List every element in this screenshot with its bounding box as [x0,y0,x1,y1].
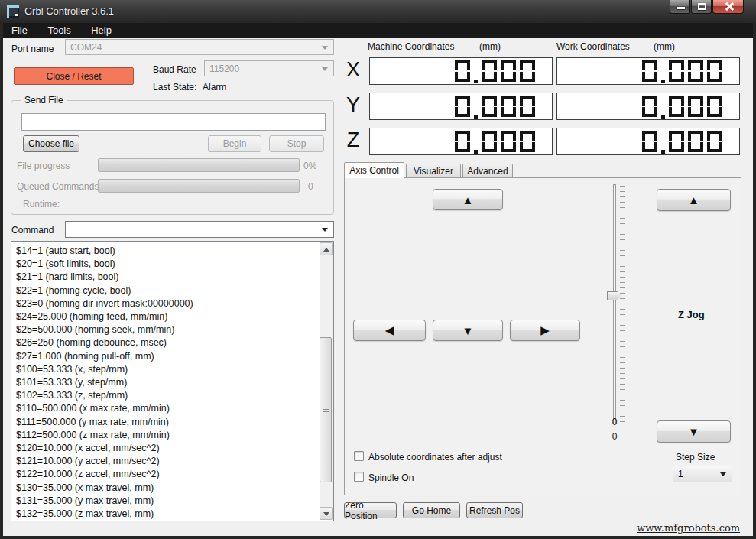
machine-y-display [369,93,553,120]
seven-segment-digit [642,60,657,82]
baud-rate-combobox[interactable]: 115200 [204,60,334,76]
seven-segment-decimal-point [474,150,478,154]
console-line: $130=35.000 (x max travel, mm) [16,482,316,495]
seven-segment-digit [688,60,703,82]
jog-x-minus-button[interactable]: ◀ [353,320,426,341]
seven-segment-decimal-point [661,115,665,119]
seven-segment-digit [707,60,722,82]
console-line: $26=250 (homing debounce, msec) [16,336,316,349]
console-line: $100=53.333 (x, step/mm) [16,363,316,376]
close-icon [725,2,733,11]
seven-segment-decimal-point [474,80,478,83]
absolute-coordinates-label: Absolute coordinates after adjust [368,452,502,463]
menu-file[interactable]: File [3,23,36,37]
seven-segment-digit [707,96,722,117]
last-state-label: Last State: [153,82,196,93]
command-combobox[interactable] [65,221,334,238]
up-arrow-icon: ▲ [688,193,699,206]
seven-segment-digit [455,96,470,117]
console-line: $20=1 (soft limits, bool) [16,258,316,271]
seven-segment-digit [707,131,722,152]
left-arrow-icon: ◀ [385,323,394,337]
close-button[interactable] [712,0,744,14]
file-progress-label: File progress [17,161,70,171]
console-line: $131=35.000 (y max travel, mm) [16,495,316,508]
scroll-down-icon[interactable] [320,507,333,520]
seven-segment-digit [501,96,516,117]
dropdown-arrow-icon [322,46,328,50]
baud-rate-value: 115200 [209,63,239,74]
work-x-display [556,57,740,85]
go-home-button[interactable]: Go Home [403,502,460,518]
command-input[interactable] [70,224,315,235]
down-arrow-icon: ▼ [462,324,474,337]
stop-button[interactable]: Stop [269,135,324,152]
console-line: $132=35.000 (z max travel, mm) [16,508,316,521]
slider-value-bottom: 0 [609,431,620,442]
axis-y-label: Y [342,93,364,117]
tab-advanced[interactable]: Advanced [462,164,513,178]
machine-units-label: (mm) [479,41,501,52]
seven-segment-digit [501,60,516,82]
runtime-label: Runtime: [23,199,60,209]
console-log[interactable]: $14=1 (auto start, bool)$20=1 (soft limi… [11,241,334,521]
seven-segment-digit [688,96,703,117]
seven-segment-decimal-point [661,150,665,154]
scrollbar-thumb[interactable] [320,337,332,482]
step-size-value: 1 [678,469,683,479]
menu-help[interactable]: Help [83,23,120,37]
console-line: $23=0 (homing dir invert mask:00000000) [16,297,316,310]
minimize-button[interactable] [670,0,690,14]
app-window: Grbl Controller 3.6.1 File Tools Help Po… [0,0,756,539]
work-coordinates-header: Work Coordinates [556,41,630,52]
choose-file-button[interactable]: Choose file [23,135,79,152]
refresh-pos-button[interactable]: Refresh Pos [466,502,523,518]
seven-segment-digit [669,96,684,117]
close-reset-button[interactable]: Close / Reset [14,67,134,85]
step-size-combobox[interactable]: 1 [673,466,732,482]
port-name-label: Port name [11,44,54,54]
spindle-on-checkbox[interactable] [354,472,364,482]
work-units-label: (mm) [654,41,675,52]
scrollbar-grip-icon [323,407,329,412]
tab-visualizer[interactable]: Visualizer [406,164,461,178]
zero-position-button[interactable]: Zero Position [344,502,397,518]
jog-z-minus-button[interactable]: ▼ [657,420,731,443]
axis-z-label: Z [342,128,364,152]
port-name-combobox[interactable]: COM24 [65,39,334,55]
last-state-value: Alarm [203,82,226,93]
down-arrow-icon: ▼ [688,425,699,438]
window-title: Grbl Controller 3.6.1 [24,5,114,17]
seven-segment-digit [501,131,516,152]
dropdown-arrow-icon [720,472,726,476]
file-path-input[interactable] [21,113,326,131]
axis-x-label: X [342,58,364,82]
jog-x-plus-button[interactable]: ▶ [510,320,580,341]
machine-coordinates-header: Machine Coordinates [368,41,454,52]
console-scrollbar[interactable] [320,242,333,520]
begin-button[interactable]: Begin [208,135,261,152]
maximize-button[interactable] [691,0,712,14]
jog-y-minus-button[interactable]: ▼ [433,320,503,341]
absolute-coordinates-checkbox[interactable] [354,451,364,461]
menu-tools[interactable]: Tools [39,23,79,37]
machine-x-display [369,57,553,85]
console-line: $14=1 (auto start, bool) [16,245,316,258]
queued-commands-bar [98,179,300,193]
seven-segment-decimal-point [661,80,665,83]
seven-segment-digit [482,131,497,152]
scroll-up-icon[interactable] [320,242,333,255]
tab-axis-control[interactable]: Axis Control [344,162,404,178]
send-file-group-label: Send File [21,95,67,106]
console-line: $111=500.000 (y max rate, mm/min) [16,416,316,429]
jog-z-plus-button[interactable]: ▲ [657,189,731,211]
seven-segment-decimal-point [474,115,478,119]
minimize-icon [677,7,685,9]
seven-segment-digit [688,131,703,152]
port-name-value: COM24 [70,42,102,53]
axis-control-panel: ▲ ◀ ▼ ▶ 0 0 Z Jog ▲ ▼ Absolute coordinat… [344,177,741,495]
jog-y-plus-button[interactable]: ▲ [433,189,503,210]
work-y-display [556,93,740,120]
dropdown-arrow-icon [322,228,328,232]
seven-segment-digit [642,96,657,117]
